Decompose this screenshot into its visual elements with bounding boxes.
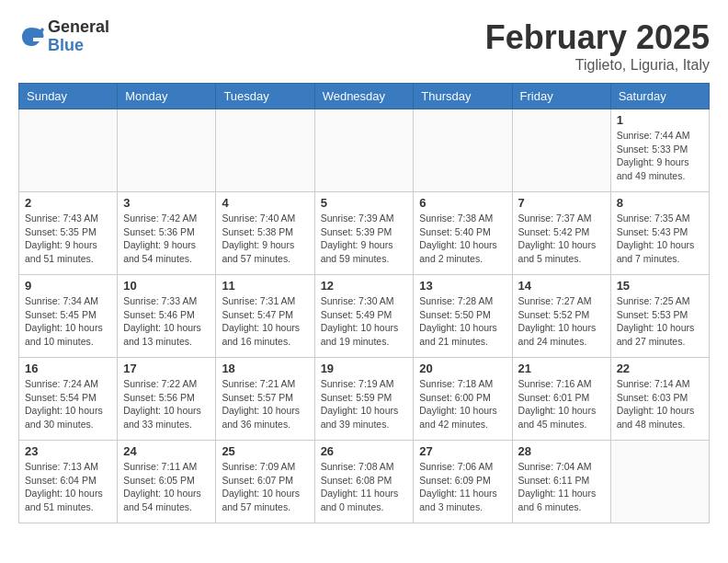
weekday-header: Thursday <box>414 84 512 109</box>
calendar-cell: 1Sunrise: 7:44 AM Sunset: 5:33 PM Daylig… <box>610 109 709 192</box>
day-info: Sunrise: 7:04 AM Sunset: 6:11 PM Dayligh… <box>518 460 605 514</box>
day-info: Sunrise: 7:43 AM Sunset: 5:35 PM Dayligh… <box>25 212 111 266</box>
location: Tiglieto, Liguria, Italy <box>485 57 710 74</box>
calendar-cell <box>118 109 216 192</box>
day-info: Sunrise: 7:37 AM Sunset: 5:42 PM Dayligh… <box>518 212 605 266</box>
day-info: Sunrise: 7:35 AM Sunset: 5:43 PM Dayligh… <box>617 212 703 266</box>
calendar-cell <box>314 109 414 192</box>
calendar-cell: 16Sunrise: 7:24 AM Sunset: 5:54 PM Dayli… <box>19 358 118 441</box>
calendar-cell: 24Sunrise: 7:11 AM Sunset: 6:05 PM Dayli… <box>118 441 216 523</box>
day-info: Sunrise: 7:11 AM Sunset: 6:05 PM Dayligh… <box>123 460 210 514</box>
day-number: 20 <box>419 362 506 375</box>
page-header: General Blue February 2025 Tiglieto, Lig… <box>18 18 710 74</box>
weekday-header: Sunday <box>19 84 118 109</box>
day-info: Sunrise: 7:30 AM Sunset: 5:49 PM Dayligh… <box>321 294 408 349</box>
day-info: Sunrise: 7:39 AM Sunset: 5:39 PM Dayligh… <box>321 212 408 266</box>
day-info: Sunrise: 7:18 AM Sunset: 6:00 PM Dayligh… <box>419 377 506 431</box>
day-info: Sunrise: 7:42 AM Sunset: 5:36 PM Dayligh… <box>123 212 210 266</box>
day-number: 18 <box>222 362 308 375</box>
weekday-header: Friday <box>512 84 610 109</box>
calendar-cell: 5Sunrise: 7:39 AM Sunset: 5:39 PM Daylig… <box>314 192 414 275</box>
day-info: Sunrise: 7:08 AM Sunset: 6:08 PM Dayligh… <box>321 460 408 514</box>
calendar-cell: 28Sunrise: 7:04 AM Sunset: 6:11 PM Dayli… <box>512 441 610 523</box>
calendar-cell: 13Sunrise: 7:28 AM Sunset: 5:50 PM Dayli… <box>414 275 512 358</box>
calendar-cell: 22Sunrise: 7:14 AM Sunset: 6:03 PM Dayli… <box>610 358 709 441</box>
day-info: Sunrise: 7:14 AM Sunset: 6:03 PM Dayligh… <box>617 377 703 431</box>
calendar-cell <box>19 109 118 192</box>
day-info: Sunrise: 7:19 AM Sunset: 5:59 PM Dayligh… <box>321 377 408 431</box>
logo-text: General Blue <box>48 18 109 55</box>
day-info: Sunrise: 7:09 AM Sunset: 6:07 PM Dayligh… <box>222 460 308 514</box>
day-number: 17 <box>123 362 210 375</box>
calendar-cell: 3Sunrise: 7:42 AM Sunset: 5:36 PM Daylig… <box>118 192 216 275</box>
day-number: 8 <box>617 196 703 210</box>
logo-icon <box>18 24 44 50</box>
week-row: 2Sunrise: 7:43 AM Sunset: 5:35 PM Daylig… <box>19 192 710 275</box>
day-number: 25 <box>222 444 308 458</box>
month-title: February 2025 <box>485 18 710 57</box>
day-number: 21 <box>518 362 605 375</box>
calendar-cell: 7Sunrise: 7:37 AM Sunset: 5:42 PM Daylig… <box>512 192 610 275</box>
day-number: 22 <box>617 362 703 375</box>
calendar-cell: 8Sunrise: 7:35 AM Sunset: 5:43 PM Daylig… <box>610 192 709 275</box>
calendar-cell: 4Sunrise: 7:40 AM Sunset: 5:38 PM Daylig… <box>216 192 314 275</box>
calendar-cell: 15Sunrise: 7:25 AM Sunset: 5:53 PM Dayli… <box>610 275 709 358</box>
day-info: Sunrise: 7:25 AM Sunset: 5:53 PM Dayligh… <box>617 294 703 349</box>
day-number: 15 <box>617 279 703 293</box>
day-number: 12 <box>321 279 408 293</box>
day-number: 10 <box>123 279 210 293</box>
logo: General Blue <box>18 18 109 55</box>
day-info: Sunrise: 7:16 AM Sunset: 6:01 PM Dayligh… <box>518 377 605 431</box>
week-row: 1Sunrise: 7:44 AM Sunset: 5:33 PM Daylig… <box>19 109 710 192</box>
calendar-cell: 27Sunrise: 7:06 AM Sunset: 6:09 PM Dayli… <box>414 441 512 523</box>
week-row: 23Sunrise: 7:13 AM Sunset: 6:04 PM Dayli… <box>19 441 710 523</box>
day-number: 2 <box>25 196 111 210</box>
weekday-header: Saturday <box>610 84 709 109</box>
calendar-cell: 9Sunrise: 7:34 AM Sunset: 5:45 PM Daylig… <box>19 275 118 358</box>
day-info: Sunrise: 7:31 AM Sunset: 5:47 PM Dayligh… <box>222 294 308 349</box>
day-number: 19 <box>321 362 408 375</box>
day-info: Sunrise: 7:22 AM Sunset: 5:56 PM Dayligh… <box>123 377 210 431</box>
calendar-cell: 19Sunrise: 7:19 AM Sunset: 5:59 PM Dayli… <box>314 358 414 441</box>
weekday-header-row: SundayMondayTuesdayWednesdayThursdayFrid… <box>19 84 710 109</box>
calendar-cell: 17Sunrise: 7:22 AM Sunset: 5:56 PM Dayli… <box>118 358 216 441</box>
calendar-cell: 14Sunrise: 7:27 AM Sunset: 5:52 PM Dayli… <box>512 275 610 358</box>
day-number: 16 <box>25 362 111 375</box>
day-number: 28 <box>518 444 605 458</box>
day-info: Sunrise: 7:06 AM Sunset: 6:09 PM Dayligh… <box>419 460 506 514</box>
day-info: Sunrise: 7:40 AM Sunset: 5:38 PM Dayligh… <box>222 212 308 266</box>
weekday-header: Wednesday <box>314 84 414 109</box>
day-number: 13 <box>419 279 506 293</box>
day-info: Sunrise: 7:38 AM Sunset: 5:40 PM Dayligh… <box>419 212 506 266</box>
calendar-cell: 6Sunrise: 7:38 AM Sunset: 5:40 PM Daylig… <box>414 192 512 275</box>
calendar-cell: 12Sunrise: 7:30 AM Sunset: 5:49 PM Dayli… <box>314 275 414 358</box>
day-info: Sunrise: 7:27 AM Sunset: 5:52 PM Dayligh… <box>518 294 605 349</box>
calendar: SundayMondayTuesdayWednesdayThursdayFrid… <box>18 83 710 523</box>
day-info: Sunrise: 7:24 AM Sunset: 5:54 PM Dayligh… <box>25 377 111 431</box>
day-number: 4 <box>222 196 308 210</box>
day-number: 3 <box>123 196 210 210</box>
day-number: 14 <box>518 279 605 293</box>
calendar-cell <box>512 109 610 192</box>
calendar-cell <box>216 109 314 192</box>
calendar-cell <box>414 109 512 192</box>
calendar-cell: 2Sunrise: 7:43 AM Sunset: 5:35 PM Daylig… <box>19 192 118 275</box>
day-info: Sunrise: 7:21 AM Sunset: 5:57 PM Dayligh… <box>222 377 308 431</box>
day-number: 23 <box>25 444 111 458</box>
calendar-cell: 18Sunrise: 7:21 AM Sunset: 5:57 PM Dayli… <box>216 358 314 441</box>
day-info: Sunrise: 7:33 AM Sunset: 5:46 PM Dayligh… <box>123 294 210 349</box>
calendar-cell: 11Sunrise: 7:31 AM Sunset: 5:47 PM Dayli… <box>216 275 314 358</box>
day-info: Sunrise: 7:13 AM Sunset: 6:04 PM Dayligh… <box>25 460 111 514</box>
calendar-cell: 25Sunrise: 7:09 AM Sunset: 6:07 PM Dayli… <box>216 441 314 523</box>
day-number: 1 <box>617 113 703 127</box>
calendar-cell: 20Sunrise: 7:18 AM Sunset: 6:00 PM Dayli… <box>414 358 512 441</box>
day-number: 11 <box>222 279 308 293</box>
title-block: February 2025 Tiglieto, Liguria, Italy <box>485 18 710 74</box>
calendar-cell <box>610 441 709 523</box>
day-number: 9 <box>25 279 111 293</box>
day-info: Sunrise: 7:44 AM Sunset: 5:33 PM Dayligh… <box>617 129 703 183</box>
calendar-cell: 21Sunrise: 7:16 AM Sunset: 6:01 PM Dayli… <box>512 358 610 441</box>
day-info: Sunrise: 7:34 AM Sunset: 5:45 PM Dayligh… <box>25 294 111 349</box>
day-number: 24 <box>123 444 210 458</box>
weekday-header: Monday <box>118 84 216 109</box>
